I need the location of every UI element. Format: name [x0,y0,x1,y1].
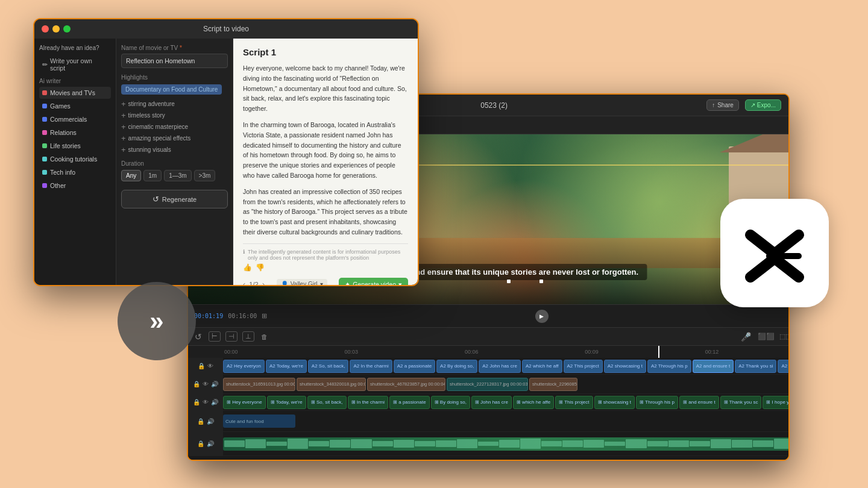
video-caption-overlay: and ensure that its unique stories are n… [403,264,647,280]
audio-mute-icon[interactable]: 🔊 [211,381,218,387]
write-own-script-button[interactable]: ✏ Write your own script [39,55,111,74]
cap2-clip-12[interactable]: ⊞ and ensure t [679,396,719,409]
delete-button[interactable]: 🗑 [259,333,269,340]
caption-clip-7[interactable]: A2 John has cre [479,360,521,373]
add-stunning-visuals[interactable]: + stunning visuals [121,144,228,155]
sidebar-item-life-stories[interactable]: Life stories [39,140,111,152]
sidebar-item-tech[interactable]: Tech info [39,166,111,178]
mic-icon[interactable]: 🎤 [739,332,753,342]
cap2-clip-9[interactable]: ⊞ This project [555,396,593,409]
export-button[interactable]: ↗ Expo... [745,99,781,111]
add-cinematic-masterpiece[interactable]: + cinematic masterpiece [121,121,228,133]
duration-any[interactable]: Any [121,170,141,181]
audio-icon-2[interactable]: 🔊 [207,418,214,425]
sidebar-item-other[interactable]: Other [39,180,111,192]
minimize-button[interactable] [52,25,60,33]
next-page-button[interactable]: › [262,280,265,285]
time-6: 00:06 [465,349,585,355]
caption-clip-3[interactable]: A2 So, sit back, [308,360,349,373]
cap2-clip-5[interactable]: ⊞ a passionate [389,396,430,409]
video-clip-1[interactable]: shutterstock_316591013.jpg 00:00:02:16 [223,378,295,391]
handle-right[interactable] [539,280,543,283]
split-icon[interactable]: ⊞ [262,312,267,320]
split-icon2[interactable]: ⊥ [242,331,254,342]
regenerate-button[interactable]: ↺ Regenerate [121,190,228,208]
cooking-icon [42,157,47,161]
movie-name-input[interactable] [121,54,228,68]
thumbs-up-button[interactable]: 👍 [243,263,252,272]
caption-clip-10[interactable]: A2 showcasing t [604,360,646,373]
sidebar-item-cooking[interactable]: Cooking tutorials [39,153,111,165]
add-timeless-story[interactable]: + timeless story [121,110,228,121]
caption-clip-13[interactable]: A2 Thank you si [735,360,776,373]
movies-icon [42,90,47,95]
voice-selector[interactable]: 👤 Valley Girl ▾ [277,279,327,285]
video-clip-4[interactable]: shutterstock_2227128317.jpg 00:00:03:14 [447,378,528,391]
disclaimer-text: ℹ The intelligently generated content is… [243,249,408,261]
maximize-button[interactable] [63,25,71,33]
split-at-head-button[interactable]: ⊢ [209,331,221,342]
video-clip-2[interactable]: shutterstock_348320018.jpg 00:00:03:00 [297,378,366,391]
caption-clip-12-active[interactable]: A2 and ensure t [693,360,734,373]
sidebar-item-relations[interactable]: Relations [39,127,111,139]
feedback-buttons: 👍 👎 [243,263,408,272]
cap2-clip-4[interactable]: ⊞ In the charmi [348,396,388,409]
sidebar-item-movies[interactable]: Movies and TVs [39,87,111,99]
cap2-clip-10[interactable]: ⊞ showcasing t [594,396,635,409]
cap2-clip-8[interactable]: ⊞ which he affe [513,396,554,409]
eye-icon[interactable]: 👁 [207,363,213,369]
lock-icon-3[interactable]: 🔒 [193,399,200,405]
lock-icon-2[interactable]: 🔒 [193,381,200,387]
generate-video-button[interactable]: ✦ Generate video ▾ [339,278,408,285]
audio-mute-icon-2[interactable]: 🔊 [211,399,218,405]
caption-clip-2[interactable]: A2 Today, we're [266,360,307,373]
duration-1-3m[interactable]: 1—3m [164,170,191,181]
caption-clip-8[interactable]: A2 which he aff [522,360,562,373]
play-button[interactable]: ▶ [535,310,549,323]
highlight-tag[interactable]: Documentary on Food and Culture [121,84,222,95]
time-markers-row: 00:00 00:03 00:06 00:09 00:12 [188,349,790,355]
share-icon: ↑ [712,102,715,108]
eye-icon-2[interactable]: 👁 [203,381,209,387]
clip-settings[interactable]: ⬚⬚ [779,333,790,340]
share-button[interactable]: ↑ Share [706,99,739,111]
caption-clip-4[interactable]: A2 In the charmi [350,360,392,373]
cap2-clip-6[interactable]: ⊞ By doing so, [431,396,470,409]
cap2-clip-7[interactable]: ⊞ John has cre [471,396,512,409]
captions-toggle[interactable]: ⬛⬛ [758,333,775,340]
handle-left[interactable] [507,280,511,283]
caption-clip-9[interactable]: A2 This project [564,360,603,373]
lock-icon-5[interactable]: 🔒 [197,440,204,447]
volume-icon[interactable]: 🔊 [207,440,214,447]
add-stirring-adventure[interactable]: + stirring adventure [121,98,228,110]
lock-icon[interactable]: 🔒 [198,363,205,369]
caption-clip-1[interactable]: A2 Hey everyon [223,360,265,373]
handle-spacer [513,280,537,283]
thumbs-down-button[interactable]: 👎 [256,263,265,272]
eye-icon-3[interactable]: 👁 [203,399,209,405]
cap2-clip-2[interactable]: ⊞ Today, we're [267,396,306,409]
video-clip-5[interactable]: shutterstock_229608590 [529,378,577,391]
split-button[interactable]: ⊣ [225,331,237,342]
caption-clip-5[interactable]: A2 a passionate [394,360,435,373]
cap2-clip-1[interactable]: ⊞ Hey everyone [223,396,266,409]
sidebar-item-games[interactable]: Games [39,100,111,112]
caption-clip-11[interactable]: A2 Through his p [647,360,691,373]
add-special-effects[interactable]: + amazing special effects [121,133,228,144]
duration-1m[interactable]: 1m [143,170,162,181]
cap2-clip-14[interactable]: ⊞ I hope you ei [763,396,790,409]
video-clip-3[interactable]: shutterstock_467823857.jpg 00:00:04:14 [367,378,445,391]
sidebar-item-commercials[interactable]: Commercials [39,113,111,125]
caption-clip-14[interactable]: A2 I hope you ei [778,360,790,373]
prev-page-button[interactable]: ‹ [243,280,245,285]
cap2-clip-3[interactable]: ⊞ So, sit back, [307,396,347,409]
lock-icon-4[interactable]: 🔒 [197,418,204,425]
duration-3m-plus[interactable]: >3m [194,170,216,181]
cap2-clip-13[interactable]: ⊞ Thank you sc [720,396,762,409]
undo-button[interactable]: ↺ [193,332,204,342]
cap2-clip-11[interactable]: ⊞ Through his p [636,396,678,409]
caption-clip-6[interactable]: A2 By doing so, [436,360,477,373]
close-button[interactable] [42,25,49,33]
script-paragraph-2: In the charming town of Barooga, located… [243,120,408,181]
script-content-panel: Script 1 Hey everyone, welcome back to m… [233,39,418,285]
